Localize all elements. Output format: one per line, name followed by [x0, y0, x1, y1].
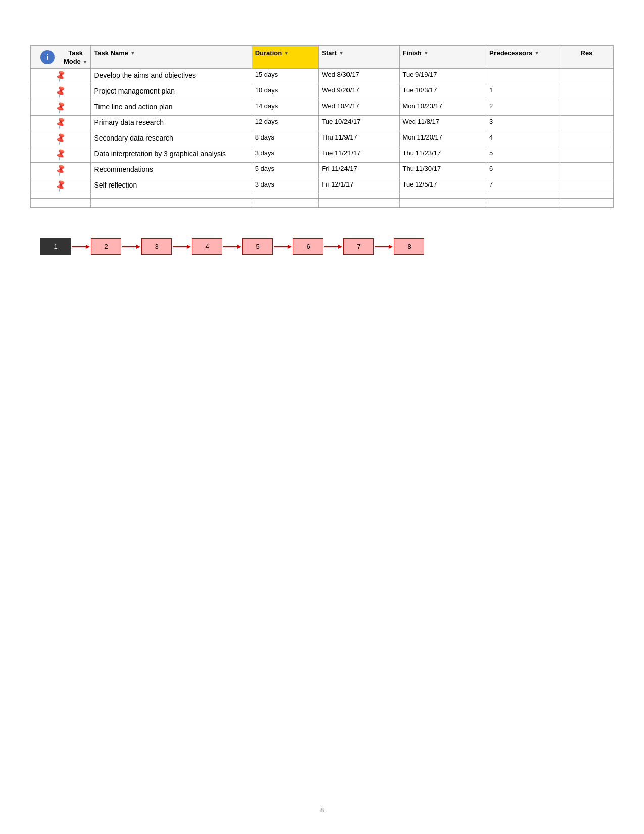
flow-box: 4	[192, 238, 222, 255]
table-row	[31, 199, 614, 203]
task-mode-cell	[31, 194, 91, 199]
finish-dropdown-icon: ▼	[424, 50, 429, 56]
flow-diagram: 1 2 3 4 5	[30, 238, 614, 255]
flow-arrow	[274, 243, 292, 251]
svg-marker-9	[288, 245, 292, 249]
duration-cell	[252, 203, 319, 208]
col-header-finish: Finish ▼	[399, 46, 486, 69]
resource-cell	[560, 199, 613, 203]
duration-cell: 5 days	[252, 163, 319, 178]
finish-cell	[399, 199, 486, 203]
svg-marker-1	[86, 245, 90, 249]
pushpin-icon: 📌	[53, 131, 68, 147]
flow-box: 7	[343, 238, 374, 255]
svg-marker-7	[237, 245, 241, 249]
duration-cell: 10 days	[252, 84, 319, 100]
info-icon: i	[40, 50, 55, 64]
task-name-cell: Develop the aims and objectives	[91, 69, 252, 84]
start-dropdown-icon: ▼	[339, 50, 344, 56]
start-cell: Wed 10/4/17	[319, 100, 399, 116]
table-row: 📌Time line and action plan14 daysWed 10/…	[31, 100, 614, 116]
start-cell	[319, 203, 399, 208]
pushpin-icon: 📌	[53, 100, 68, 115]
task-name-cell	[91, 203, 252, 208]
finish-cell	[399, 194, 486, 199]
flow-arrow	[223, 243, 241, 251]
pushpin-icon: 📌	[53, 178, 68, 194]
task-name-cell: Project management plan	[91, 84, 252, 100]
task-mode-cell: 📌	[31, 147, 91, 163]
col-header-start: Start ▼	[319, 46, 399, 69]
duration-cell: 8 days	[252, 131, 319, 147]
col-header-predecessors: Predecessors ▼	[486, 46, 560, 69]
flow-box: 6	[293, 238, 323, 255]
resource-cell	[560, 100, 613, 116]
table-row: 📌Data interpretation by 3 graphical anal…	[31, 147, 614, 163]
resource-cell	[560, 147, 613, 163]
start-cell: Fri 12/1/17	[319, 178, 399, 194]
flow-box: 5	[242, 238, 273, 255]
resource-cell	[560, 69, 613, 84]
finish-cell: Thu 11/23/17	[399, 147, 486, 163]
task-name-cell	[91, 199, 252, 203]
task-mode-cell: 📌	[31, 163, 91, 178]
predecessors-label: Predecessors	[489, 49, 532, 57]
predecessors-cell: 7	[486, 178, 560, 194]
finish-cell: Tue 10/3/17	[399, 84, 486, 100]
finish-cell: Thu 11/30/17	[399, 163, 486, 178]
start-cell: Wed 8/30/17	[319, 69, 399, 84]
svg-marker-3	[136, 245, 140, 249]
page-content: i Task Mode ▼ Task Name ▼ Dura	[0, 0, 644, 315]
duration-label: Duration	[255, 49, 282, 57]
resource-cell	[560, 203, 613, 208]
flow-box: 3	[141, 238, 172, 255]
start-cell: Wed 9/20/17	[319, 84, 399, 100]
duration-cell: 3 days	[252, 178, 319, 194]
task-mode-cell: 📌	[31, 116, 91, 131]
task-name-dropdown-icon: ▼	[130, 50, 135, 56]
start-cell: Fri 11/24/17	[319, 163, 399, 178]
page-number: 8	[320, 806, 324, 814]
table-row: 📌Develop the aims and objectives15 daysW…	[31, 69, 614, 84]
finish-cell: Mon 11/20/17	[399, 131, 486, 147]
task-mode-cell: 📌	[31, 100, 91, 116]
svg-marker-13	[389, 245, 393, 249]
finish-cell: Mon 10/23/17	[399, 100, 486, 116]
flow-arrow	[173, 243, 191, 251]
task-name-cell: Self reflection	[91, 178, 252, 194]
col-header-task-mode: i Task Mode ▼	[31, 46, 91, 69]
task-name-cell: Secondary data research	[91, 131, 252, 147]
table-row: 📌Self reflection3 daysFri 12/1/17Tue 12/…	[31, 178, 614, 194]
start-label: Start	[322, 49, 337, 57]
table-row: 📌Recommendations5 daysFri 11/24/17Thu 11…	[31, 163, 614, 178]
start-cell: Thu 11/9/17	[319, 131, 399, 147]
task-mode-cell: 📌	[31, 131, 91, 147]
flow-arrow	[122, 243, 140, 251]
task-mode-header-text: Task Mode ▼	[64, 49, 87, 65]
svg-marker-11	[338, 245, 342, 249]
flow-arrow	[324, 243, 342, 251]
table-row: 📌Project management plan10 daysWed 9/20/…	[31, 84, 614, 100]
task-mode-cell: 📌	[31, 84, 91, 100]
start-cell: Tue 10/24/17	[319, 116, 399, 131]
resource-label: Res	[581, 49, 593, 57]
resource-cell	[560, 194, 613, 199]
pushpin-icon: 📌	[53, 69, 68, 84]
resource-cell	[560, 178, 613, 194]
resource-cell	[560, 131, 613, 147]
flow-arrow	[72, 243, 90, 251]
predecessors-cell: 4	[486, 131, 560, 147]
task-mode-cell: 📌	[31, 69, 91, 84]
task-name-cell: Recommendations	[91, 163, 252, 178]
task-mode-cell	[31, 199, 91, 203]
task-name-cell: Primary data research	[91, 116, 252, 131]
predecessors-cell: 1	[486, 84, 560, 100]
start-cell	[319, 194, 399, 199]
flow-box: 1	[40, 238, 71, 255]
predecessors-cell	[486, 203, 560, 208]
task-name-cell	[91, 194, 252, 199]
task-mode-cell	[31, 203, 91, 208]
finish-cell: Tue 12/5/17	[399, 178, 486, 194]
flow-arrow	[375, 243, 393, 251]
predecessors-cell: 5	[486, 147, 560, 163]
